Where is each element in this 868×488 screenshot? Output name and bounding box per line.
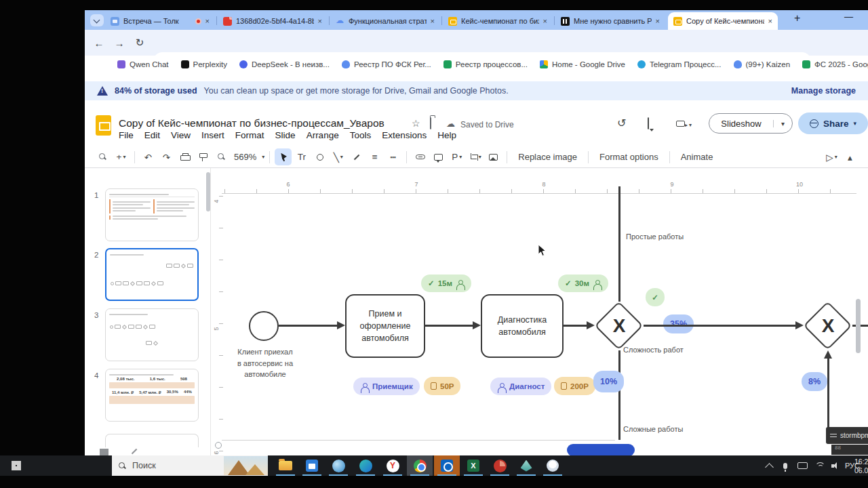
- slides-logo-icon[interactable]: [96, 115, 111, 136]
- taskbar-store[interactable]: [299, 455, 325, 476]
- horizontal-scrollbar-thumb[interactable]: [567, 444, 635, 455]
- slideshow-button[interactable]: Slideshow ▾: [709, 113, 793, 134]
- start-button[interactable]: [0, 455, 33, 476]
- theme-edit-icon[interactable]: [132, 449, 137, 454]
- new-tab-button[interactable]: +: [794, 12, 800, 24]
- probability-badge-35[interactable]: 35%: [663, 314, 694, 333]
- tray-device[interactable]: [797, 455, 808, 476]
- tab-search-chevron-button[interactable]: [90, 14, 104, 26]
- reset-image-icon[interactable]: [485, 148, 502, 165]
- start-event-label[interactable]: Клиент приехал в автосервис на автомобил…: [218, 346, 313, 380]
- paint-dropdown-icon[interactable]: P▾: [448, 148, 465, 165]
- bpmn-task-diagnostics[interactable]: Диагностика автомобиля: [481, 294, 564, 358]
- share-dropdown[interactable]: ▾: [854, 120, 857, 127]
- taskbar-file-explorer[interactable]: [273, 455, 298, 476]
- menu-tools[interactable]: Tools: [350, 130, 372, 140]
- manage-storage-link[interactable]: Manage storage: [791, 86, 856, 96]
- role-badge-task2[interactable]: Диагност: [490, 378, 551, 395]
- menu-insert[interactable]: Insert: [201, 130, 224, 140]
- tray-chevron[interactable]: [766, 455, 772, 476]
- tab-case-championship[interactable]: Кейс-чемпионат по бизн ×: [443, 12, 553, 30]
- stormbpmn-overlay[interactable]: stormbpm: [826, 427, 868, 444]
- select-tool-icon[interactable]: [275, 148, 292, 165]
- cost-badge-task2[interactable]: 200Р: [554, 377, 595, 395]
- redo-icon[interactable]: ↷: [158, 148, 175, 165]
- slideshow-dropdown[interactable]: ▾: [773, 120, 792, 127]
- tab-active-copy-presentation[interactable]: Copy of Кейс-чемпионат ×: [668, 12, 778, 30]
- taskbar-powerpoint[interactable]: [487, 455, 513, 476]
- branch-bottom-label[interactable]: Сложные работы: [623, 425, 683, 433]
- close-icon[interactable]: ×: [768, 18, 772, 25]
- taskbar-chrome-active[interactable]: [407, 455, 433, 476]
- move-folder-icon[interactable]: [430, 118, 431, 129]
- insert-link-icon[interactable]: [412, 148, 429, 165]
- bookmark-qwen[interactable]: Qwen Chat: [117, 60, 169, 68]
- close-icon[interactable]: ×: [318, 18, 322, 25]
- bpmn-gateway-merge[interactable]: X: [804, 302, 852, 350]
- share-button[interactable]: Share ▾: [798, 113, 868, 134]
- branch-top-label[interactable]: Простые работы: [626, 232, 684, 241]
- tab-meeting[interactable]: Встреча — Толк ×: [105, 12, 215, 30]
- bookmark-telegram[interactable]: Telegram Процесс...: [637, 60, 722, 68]
- slide-thumbnail-1[interactable]: [105, 188, 199, 241]
- duration-badge-task2[interactable]: ✓30м: [558, 274, 608, 292]
- tab-ai-chat[interactable]: Мне нужно сравнить Раз ×: [555, 12, 665, 30]
- zoom-dropdown[interactable]: ▾: [262, 154, 264, 160]
- taskbar-excel[interactable]: X: [460, 455, 486, 476]
- close-icon[interactable]: ×: [205, 18, 210, 25]
- zoom-icon[interactable]: [213, 148, 230, 165]
- menu-file[interactable]: File: [119, 130, 134, 140]
- tray-volume[interactable]: [831, 455, 840, 476]
- tray-microphone[interactable]: [783, 455, 787, 476]
- slide-thumbnail-4[interactable]: 2,08 тыс. 1,6 тыс. 508 11,4 млн. ₽ 5,47 …: [105, 369, 199, 422]
- bpmn-start-event[interactable]: [249, 311, 279, 341]
- bookmark-perplexity[interactable]: Perplexity: [181, 60, 228, 68]
- shapes-icon[interactable]: [311, 148, 328, 165]
- format-options-button[interactable]: Format options: [593, 152, 665, 162]
- close-icon[interactable]: ×: [543, 18, 547, 25]
- close-icon[interactable]: ×: [431, 18, 435, 25]
- print-icon[interactable]: [176, 148, 193, 165]
- comments-icon[interactable]: [648, 118, 649, 129]
- slide-thumbnail-2-selected[interactable]: [105, 248, 199, 301]
- bpmn-gateway-complexity[interactable]: X: [595, 302, 644, 350]
- menu-slide[interactable]: Slide: [275, 130, 296, 140]
- tray-wifi[interactable]: [815, 455, 825, 476]
- bookmark-reestr-po[interactable]: Реестр ПО ФСК Рег...: [342, 60, 431, 68]
- bookmark-kaizen[interactable]: (99+) Kaizen: [734, 60, 791, 68]
- slide-thumbnail-5[interactable]: [105, 434, 199, 447]
- menu-arrange[interactable]: Arrange: [307, 130, 339, 140]
- line-tool-icon[interactable]: ╲▾: [330, 148, 347, 165]
- menu-format[interactable]: Format: [235, 130, 264, 140]
- slide-thumbnail-3[interactable]: [105, 308, 199, 361]
- grid-view-icon[interactable]: [100, 449, 108, 455]
- crop-image-icon[interactable]: ▾: [467, 148, 484, 165]
- new-slide-icon[interactable]: +▾: [113, 148, 130, 165]
- menu-help[interactable]: Help: [437, 130, 456, 140]
- tab-pdf[interactable]: 1368d02e-5bf4-4a14-8b1 ×: [218, 12, 328, 30]
- back-button[interactable]: ←: [92, 35, 106, 50]
- stormbpmn-overlay-row2[interactable]: 88: [831, 445, 868, 455]
- menu-view[interactable]: View: [171, 130, 191, 140]
- vertical-scrollbar-thumb[interactable]: [856, 299, 861, 353]
- slide-canvas[interactable]: 6 7 8 9 10 4 5 6 Клиент приехал в автосе…: [210, 168, 868, 455]
- taskbar-app-spiral[interactable]: [326, 455, 351, 476]
- horizontal-scrollbar-track[interactable]: [222, 440, 615, 441]
- bookmark-deepseek[interactable]: DeepSeek - В неизв...: [239, 60, 330, 68]
- meet-camera-icon[interactable]: ▸▾: [676, 118, 692, 129]
- taskbar-yandex[interactable]: Y: [380, 455, 406, 476]
- close-icon[interactable]: ×: [656, 18, 660, 25]
- collapse-toolbar-icon[interactable]: ▴: [842, 148, 859, 165]
- zoom-level[interactable]: 569%: [231, 152, 259, 162]
- laser-pointer-icon[interactable]: ▷▾: [823, 148, 840, 165]
- reload-button[interactable]: ↻: [132, 35, 147, 50]
- probability-badge-8[interactable]: 8%: [802, 372, 827, 391]
- border-dash-icon[interactable]: ┅: [384, 148, 401, 165]
- undo-icon[interactable]: ↶: [140, 148, 157, 165]
- taskbar-clock[interactable]: 16:2 06.02.2: [854, 458, 868, 475]
- paint-format-icon[interactable]: [195, 148, 212, 165]
- bpmn-task-reception[interactable]: Прием и оформление автомобиля: [345, 294, 425, 358]
- duration-badge-task1[interactable]: ✓15м: [421, 274, 471, 292]
- gateway-label[interactable]: Сложность работ: [623, 346, 684, 354]
- taskbar-outlook-attention[interactable]: [434, 455, 460, 476]
